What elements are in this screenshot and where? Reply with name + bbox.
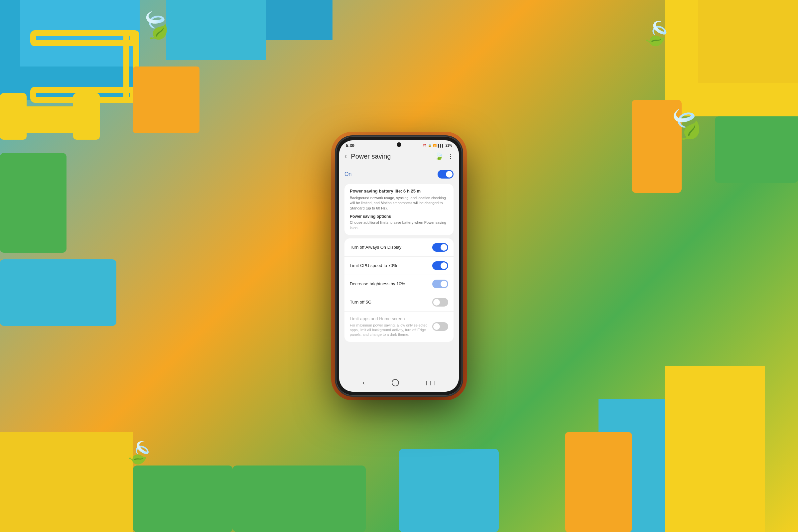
svg-rect-5 [0, 153, 66, 253]
content-area: On Power saving battery life: 6 h 25 m B… [339, 163, 459, 375]
status-time: 5:39 [346, 143, 355, 148]
svg-rect-19 [266, 0, 332, 40]
phone-screen: 5:39 ⏰ 🔒 📶 ▌▌▌ 21% ‹ Power saving 🍃 ⋮ [339, 140, 459, 392]
alarm-icon: ⏰ [423, 144, 426, 147]
setting-name-brightness: Decrease brightness by 10% [350, 281, 428, 287]
svg-rect-8 [698, 0, 798, 83]
wifi-icon: 📶 [433, 144, 437, 147]
svg-rect-6 [0, 259, 116, 326]
battery-description: Background network usage, syncing, and l… [350, 195, 448, 211]
leaf-badge-icon: 🍃 [435, 152, 443, 160]
apps-toggle[interactable] [432, 322, 448, 331]
setting-name-cpu: Limit CPU speed to 70% [350, 263, 428, 269]
page-title: Power saving [351, 153, 431, 160]
svg-rect-22 [399, 449, 499, 532]
nav-back-button[interactable]: ‹ [362, 379, 365, 386]
setting-5g[interactable]: Turn off 5G [344, 293, 454, 311]
setting-always-on-display[interactable]: Turn off Always On Display [344, 239, 454, 257]
svg-rect-21 [233, 466, 366, 532]
setting-limit-apps[interactable]: Limit apps and Home screen For maximum p… [344, 311, 454, 342]
svg-rect-18 [166, 0, 266, 60]
toggle-knob [446, 171, 453, 177]
nav-bar: ‹ | | | [339, 375, 459, 392]
setting-brightness[interactable]: Decrease brightness by 10% [344, 275, 454, 293]
battery-text: 21% [445, 144, 452, 147]
options-title: Power saving options [350, 214, 448, 219]
svg-rect-3 [0, 93, 26, 140]
battery-life: Power saving battery life: 6 h 25 m [350, 189, 448, 193]
svg-rect-9 [715, 116, 798, 183]
status-icons: ⏰ 🔒 📶 ▌▌▌ 21% [423, 144, 452, 147]
power-saving-toggle[interactable] [438, 170, 454, 178]
lock-icon: 🔒 [428, 144, 432, 147]
svg-rect-20 [133, 66, 200, 133]
camera [397, 142, 401, 147]
brightness-toggle[interactable] [432, 280, 448, 288]
nav-recents-button[interactable]: | | | [426, 380, 436, 385]
5g-toggle[interactable] [432, 298, 448, 307]
scene: 5:39 ⏰ 🔒 📶 ▌▌▌ 21% ‹ Power saving 🍃 ⋮ [336, 136, 462, 396]
settings-list: Turn off Always On Display Limit CPU spe… [344, 239, 454, 342]
svg-rect-14 [665, 366, 765, 532]
phone-frame: 5:39 ⏰ 🔒 📶 ▌▌▌ 21% ‹ Power saving 🍃 ⋮ [336, 136, 462, 396]
nav-home-button[interactable] [392, 379, 399, 386]
info-section: Power saving battery life: 6 h 25 m Back… [344, 184, 454, 235]
back-button[interactable]: ‹ [344, 152, 347, 160]
setting-sub-apps: For maximum power saving, allow only sel… [350, 323, 428, 337]
main-toggle-row: On [344, 167, 454, 184]
signal-icon: ▌▌▌ [438, 144, 444, 147]
app-bar: ‹ Power saving 🍃 ⋮ [339, 149, 459, 163]
setting-name-5g: Turn off 5G [350, 300, 428, 305]
setting-name-aod: Turn off Always On Display [350, 245, 428, 250]
svg-rect-11 [0, 432, 133, 532]
setting-cpu-speed[interactable]: Limit CPU speed to 70% [344, 257, 454, 275]
aod-toggle[interactable] [432, 243, 448, 252]
cpu-toggle[interactable] [432, 261, 448, 270]
more-button[interactable]: ⋮ [448, 153, 454, 160]
svg-rect-12 [133, 466, 233, 532]
setting-name-apps: Limit apps and Home screen [350, 316, 428, 322]
on-label: On [344, 171, 352, 177]
svg-rect-23 [565, 432, 632, 532]
options-description: Choose additional limits to save battery… [350, 220, 448, 230]
